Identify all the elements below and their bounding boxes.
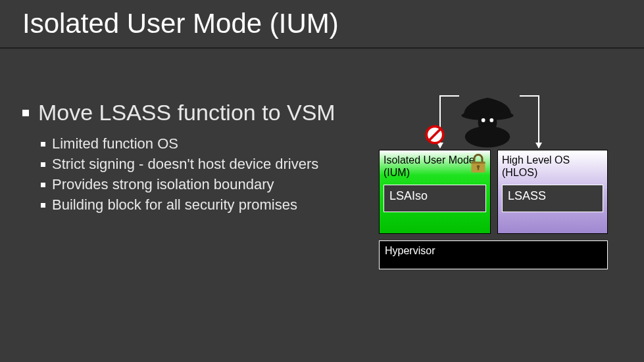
hlos-box: High Level OS (HLOS) LSASS [497, 150, 608, 234]
lsass-box: LSASS [502, 185, 603, 212]
svg-point-4 [489, 118, 493, 122]
hacker-icon [458, 91, 517, 150]
svg-rect-10 [478, 167, 479, 170]
sub-bullet-text: Limited function OS [52, 135, 178, 152]
main-bullet: Move LSASS function to VSM [22, 100, 335, 125]
main-bullet-text: Move LSASS function to VSM [38, 100, 335, 125]
hlos-label: High Level OS (HLOS) [502, 154, 603, 179]
no-entry-icon [425, 125, 445, 145]
sub-bullet-text: Building block for all security promises [52, 196, 297, 214]
hypervisor-box: Hypervisor [379, 240, 608, 269]
lock-icon [468, 152, 488, 175]
sub-bullet-text: Strict signing - doesn't host device dri… [52, 156, 318, 173]
bullet-square [22, 110, 29, 116]
sub-bullet-text: Provides strong isolation boundary [52, 176, 274, 193]
title-underline [0, 47, 644, 49]
lsaiso-box: LSAIso [384, 185, 486, 212]
arrow-to-hlos [538, 95, 539, 148]
svg-point-2 [478, 113, 497, 132]
bullet-square [41, 183, 45, 187]
sub-bullet: Strict signing - doesn't host device dri… [41, 156, 318, 173]
bullet-square [41, 203, 45, 208]
sub-bullet: Building block for all security promises [41, 196, 318, 214]
svg-point-3 [482, 118, 485, 122]
bullet-square [41, 162, 45, 167]
sub-bullet: Limited function OS [41, 135, 318, 152]
slide-title: Isolated User Mode (IUM) [22, 8, 339, 39]
bullet-square [41, 142, 45, 147]
sub-bullet: Provides strong isolation boundary [41, 176, 318, 193]
sub-bullet-list: Limited function OS Strict signing - doe… [41, 135, 318, 214]
svg-rect-8 [472, 162, 485, 164]
